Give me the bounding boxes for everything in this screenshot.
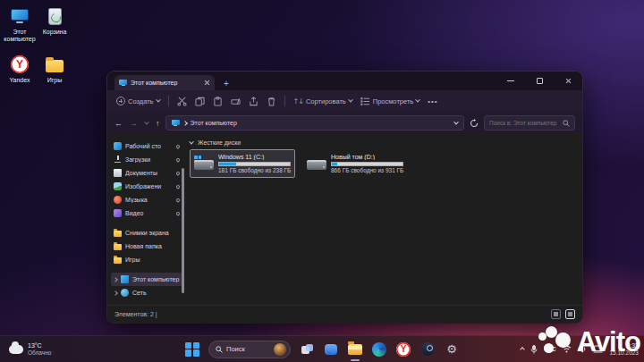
pin-icon bbox=[175, 198, 181, 203]
up-button[interactable]: ↑ bbox=[156, 119, 160, 128]
pin-icon bbox=[175, 144, 181, 149]
desktop-icon-games[interactable]: Игры bbox=[38, 54, 71, 102]
search-icon bbox=[216, 346, 223, 353]
gear-icon: ⚙ bbox=[446, 343, 457, 355]
drive-d-tile[interactable]: Новый том (D:) 866 ГБ свободно из 931 ГБ bbox=[302, 149, 408, 178]
chat-button[interactable] bbox=[323, 341, 339, 358]
desktop-icons: Этот компьютер Корзина Y Yandex Игры bbox=[2, 5, 71, 102]
search-box[interactable] bbox=[484, 115, 575, 130]
tab-bar: Этот компьютер + bbox=[107, 72, 582, 90]
start-button[interactable] bbox=[184, 341, 200, 358]
rename-icon[interactable] bbox=[231, 97, 241, 106]
cut-icon[interactable] bbox=[177, 97, 187, 106]
breadcrumb[interactable]: Этот компьютер bbox=[165, 115, 465, 130]
desktop-icon-recycle-bin[interactable]: Корзина bbox=[38, 5, 71, 54]
search-input[interactable] bbox=[489, 120, 563, 126]
chevron-right-icon bbox=[182, 121, 188, 126]
drive-d-icon bbox=[307, 157, 326, 170]
file-explorer-button[interactable] bbox=[347, 341, 363, 358]
expand-chevron-icon[interactable] bbox=[113, 290, 118, 296]
file-list: Жесткие диски Windows 11 (C:) 181 ГБ сво… bbox=[184, 134, 582, 305]
avito-watermark: Avito bbox=[538, 326, 640, 358]
address-bar: ← → ↑ Этот компьютер bbox=[107, 112, 582, 134]
desktop-icon-yandex[interactable]: Y Yandex bbox=[2, 54, 38, 102]
yandex-browser-button[interactable]: Y bbox=[395, 341, 411, 358]
maximize-button[interactable] bbox=[525, 72, 554, 90]
documents-icon bbox=[114, 169, 122, 177]
back-button[interactable]: ← bbox=[114, 119, 123, 128]
folder-icon bbox=[348, 344, 362, 355]
sidebar-item-music[interactable]: Музыка bbox=[111, 193, 182, 206]
tab-close-icon[interactable] bbox=[204, 80, 210, 86]
paste-icon[interactable] bbox=[213, 97, 223, 106]
view-button[interactable]: Просмотреть bbox=[360, 97, 420, 106]
sidebar-item-screenshots[interactable]: Снимки экрана bbox=[111, 226, 182, 240]
sort-icon: ↑↓ bbox=[293, 97, 303, 105]
chevron-down-icon bbox=[156, 97, 161, 103]
drive-c-icon bbox=[194, 157, 214, 170]
sidebar-scrollbar[interactable] bbox=[182, 168, 184, 293]
more-options-button[interactable]: ••• bbox=[428, 97, 437, 105]
group-header-hard-disks[interactable]: Жесткие диски bbox=[190, 139, 577, 146]
sidebar-item-this-pc[interactable]: Этот компьютер bbox=[111, 273, 182, 286]
desktop-icon-label: Игры bbox=[47, 77, 63, 84]
widgets-weather-button[interactable]: 13°C Облачно bbox=[9, 342, 51, 357]
sidebar-item-video[interactable]: Видео bbox=[111, 206, 182, 220]
tray-overflow-chevron-icon[interactable] bbox=[521, 347, 526, 352]
explorer-window: Этот компьютер + Создать bbox=[107, 72, 582, 323]
steam-icon bbox=[421, 342, 435, 356]
refresh-icon[interactable] bbox=[470, 119, 479, 128]
steam-button[interactable] bbox=[419, 341, 436, 358]
search-icon bbox=[563, 120, 570, 127]
drive-free-space: 181 ГБ свободно из 238 ГБ bbox=[218, 167, 291, 173]
search-highlight-icon bbox=[274, 343, 286, 356]
delete-icon[interactable] bbox=[267, 97, 276, 106]
drive-c-tile[interactable]: Windows 11 (C:) 181 ГБ свободно из 238 Г… bbox=[190, 149, 295, 178]
desktop-icon-this-pc[interactable]: Этот компьютер bbox=[2, 5, 38, 54]
expand-chevron-icon[interactable] bbox=[113, 277, 118, 282]
tab-this-pc[interactable]: Этот компьютер bbox=[114, 75, 215, 90]
sidebar-item-pictures[interactable]: Изображени bbox=[111, 180, 182, 193]
sort-label: Сортировать bbox=[306, 97, 346, 105]
settings-button[interactable]: ⚙ bbox=[444, 341, 460, 358]
share-icon[interactable] bbox=[249, 97, 258, 106]
plus-icon bbox=[116, 97, 125, 105]
new-tab-button[interactable]: + bbox=[220, 78, 233, 90]
cloud-icon bbox=[9, 345, 23, 354]
nav-buttons: ← → ↑ bbox=[114, 119, 160, 128]
sidebar-item-documents[interactable]: Документы bbox=[111, 166, 182, 180]
new-button[interactable]: Создать bbox=[116, 97, 160, 105]
video-icon bbox=[114, 209, 122, 217]
icons-view-button[interactable] bbox=[565, 309, 575, 319]
yandex-icon: Y bbox=[396, 342, 411, 357]
close-button[interactable] bbox=[554, 72, 582, 90]
folder-icon bbox=[114, 244, 122, 250]
sidebar-item-desktop[interactable]: Рабочий сто bbox=[111, 139, 182, 153]
desktop-icon bbox=[114, 142, 122, 150]
sidebar-item-downloads[interactable]: Загрузки bbox=[111, 153, 182, 166]
breadcrumb-location: Этот компьютер bbox=[191, 120, 237, 126]
task-view-button[interactable] bbox=[299, 341, 315, 358]
copy-icon[interactable] bbox=[195, 97, 205, 106]
edge-icon bbox=[372, 342, 386, 357]
sort-button[interactable]: ↑↓ Сортировать bbox=[293, 97, 352, 105]
this-pc-icon bbox=[172, 120, 180, 127]
recycle-bin-icon bbox=[48, 8, 62, 25]
sidebar-item-new-folder[interactable]: Новая папка bbox=[111, 240, 182, 253]
sidebar-item-games[interactable]: Игры bbox=[111, 253, 182, 266]
address-dropdown-icon[interactable] bbox=[453, 119, 459, 124]
this-pc-icon bbox=[121, 275, 129, 283]
edge-button[interactable] bbox=[371, 341, 387, 358]
pin-icon bbox=[175, 171, 181, 176]
items-count: Элементов: 2 | bbox=[114, 311, 157, 317]
taskbar-search[interactable]: Поиск bbox=[208, 341, 291, 358]
forward-button[interactable]: → bbox=[130, 119, 138, 128]
details-view-button[interactable] bbox=[551, 309, 561, 319]
active-app-indicator bbox=[351, 359, 360, 361]
yandex-icon: Y bbox=[11, 55, 29, 73]
minimize-button[interactable] bbox=[496, 72, 525, 90]
microphone-icon[interactable] bbox=[530, 345, 538, 354]
sidebar-item-network[interactable]: Сеть bbox=[111, 286, 182, 299]
pictures-icon bbox=[114, 182, 122, 190]
recent-locations-chevron-icon[interactable] bbox=[144, 119, 149, 124]
